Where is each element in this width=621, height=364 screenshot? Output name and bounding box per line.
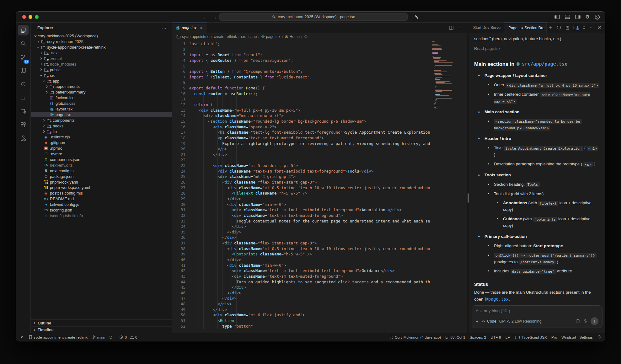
breadcrumb-item-page-tsx[interactable]: page.tsx <box>261 35 280 39</box>
tab-page-tsx[interactable]: page.tsx ✕ <box>172 23 207 33</box>
tree-item-app[interactable]: app <box>31 78 172 84</box>
cascade-conversation[interactable]: sections" (hero, navigation, feature blo… <box>469 33 605 303</box>
tab-page-tsx-section-breakdown[interactable]: Page.tsx Section Bre <box>504 23 547 33</box>
debug-activity-icon[interactable] <box>18 92 29 103</box>
plan-item[interactable]: Pro <box>551 335 557 340</box>
explorer-activity-icon[interactable] <box>18 25 29 35</box>
toggle-left-panel-icon[interactable] <box>554 15 560 19</box>
sync-icon[interactable] <box>109 335 113 339</box>
tree-item-package-json[interactable]: ⬡package.json <box>31 174 172 179</box>
editor-more-actions-icon[interactable]: ⋯ <box>458 25 463 31</box>
tab-start-dev-server[interactable]: Start Dev Server <box>469 23 504 33</box>
tree-item-appointments[interactable]: appointments <box>31 84 172 89</box>
tree-item-tsconfig-json[interactable]: TStsconfig.json <box>31 207 172 213</box>
tree-item-hooks[interactable]: hooks <box>31 123 172 129</box>
tree-item-tailwind-config-js[interactable]: ≈tailwind.config.js <box>31 202 172 207</box>
code-editor[interactable]: 1234567891011121314151617181920212223242… <box>172 40 467 333</box>
history-forward-button[interactable]: → <box>212 14 217 20</box>
tree-item-node-modules[interactable]: node_modules <box>31 61 172 67</box>
sash-handle[interactable] <box>468 193 469 203</box>
new-conversation-icon[interactable] <box>549 25 553 30</box>
tree-item-postcss-config-mjs[interactable]: ◉postcss.config.mjs <box>31 190 172 196</box>
toggle-right-panel-icon[interactable] <box>575 15 581 19</box>
maximize-window-button[interactable] <box>35 15 39 19</box>
file-link[interactable]: src/app/page.tsx <box>522 61 567 68</box>
send-button[interactable]: ↑ <box>591 317 598 325</box>
tree-item-layout-tsx[interactable]: layout.tsx <box>31 106 172 112</box>
command-center-search[interactable]: cory-mckinnon-2025 (Workspace) - page.ts… <box>219 13 408 21</box>
tree-item--next[interactable]: .next <box>31 50 172 56</box>
tree-item-sycle-appointment-create-rethink[interactable]: sycle-appointment-create-rethink <box>31 45 172 50</box>
extensions-activity-icon[interactable] <box>18 119 29 130</box>
microphone-icon[interactable] <box>583 319 587 324</box>
tree-item-components[interactable]: components <box>31 117 172 123</box>
history-icon[interactable] <box>557 25 561 30</box>
mcp-plug-icon[interactable] <box>582 25 586 30</box>
tree-item--vercel[interactable]: .vercel <box>31 56 172 62</box>
file-link[interactable]: page.tsx <box>488 297 509 302</box>
hierarchy-activity-icon[interactable] <box>18 133 29 143</box>
breadcrumb-item-sycle-appointment-create-rethink[interactable]: sycle-appointment-create-rethink <box>176 35 237 39</box>
tree-item-public[interactable]: public <box>31 67 172 72</box>
source-control-activity-icon[interactable]: 92 <box>18 52 29 62</box>
repo-status-item[interactable]: sycle-appointment-create-rethink <box>28 335 88 340</box>
model-selector[interactable]: GPT-5.2 Low Reasoning <box>499 319 542 324</box>
sidebar-more-icon[interactable]: ⋯ <box>162 26 166 30</box>
tool-call-read[interactable]: Read page.tsx <box>474 46 600 52</box>
tree-item-components-json[interactable]: {}components.json <box>31 157 172 163</box>
toggle-bottom-panel-icon[interactable] <box>565 15 570 19</box>
map-activity-icon[interactable] <box>18 65 29 76</box>
cascade-more-icon[interactable]: ⋯ <box>590 25 594 30</box>
breadcrumb-item-src[interactable]: src <box>241 35 246 39</box>
tree-item-page-tsx[interactable]: page.tsx <box>31 112 172 117</box>
breadcrumb-item-app[interactable]: app <box>250 35 257 39</box>
ai-search-activity-icon[interactable] <box>18 79 29 89</box>
remote-indicator-button[interactable] <box>20 335 24 339</box>
tree-item-tsconfig-tsbuildinfo[interactable]: {}tsconfig.tsbuildinfo <box>31 213 172 219</box>
settings-gear-icon[interactable]: ⚙ <box>586 14 590 20</box>
tree-item-readme-md[interactable]: M↓README.md <box>31 196 172 202</box>
tree-item--eslintrc-cjs[interactable]: ◉.eslintrc.cjs <box>31 134 172 140</box>
close-tab-icon[interactable]: ✕ <box>200 26 203 30</box>
tree-item-patient-summary[interactable]: patient-summary <box>31 89 172 95</box>
blame-author-item[interactable]: Cory Mckinnon (4 days ago) <box>390 335 441 340</box>
tree-item-next-env-d-ts[interactable]: TSnext-env.d.ts <box>31 162 172 168</box>
breadcrumb-item-home[interactable]: Home <box>285 35 300 39</box>
tree-item--gitignore[interactable]: ◆.gitignore <box>31 140 172 146</box>
tree-item-src[interactable]: src <box>31 72 172 78</box>
tree-item-pnpm-lock-yaml[interactable]: pnpm-lock.yaml <box>31 179 172 185</box>
chat-input-box[interactable]: Ask anything (⌘L) + <> Code GPT-5.2 Low … <box>472 305 602 328</box>
close-window-button[interactable] <box>22 15 26 19</box>
tree-item-next-config-ts[interactable]: Nnext.config.ts <box>31 168 172 174</box>
timeline-section-header[interactable]: Timeline <box>31 326 172 333</box>
split-editor-icon[interactable] <box>449 26 453 30</box>
git-branch-item[interactable]: main <box>92 335 113 340</box>
tree-item-cory-mckinnon-2025[interactable]: cory-mckinnon-2025 <box>31 39 172 45</box>
tree-item-pnpm-workspace-yaml[interactable]: pnpm-workspace.yaml <box>31 185 172 190</box>
tree-item-favicon-ico[interactable]: favicon.ico <box>31 95 172 101</box>
indentation-item[interactable]: Spaces: 2 <box>470 335 486 340</box>
eol-item[interactable]: LF <box>506 335 510 340</box>
tree-item-cory-mckinnon-2025-workspace-[interactable]: cory-mckinnon-2025 (Workspace) <box>31 33 172 39</box>
account-icon[interactable] <box>595 14 600 20</box>
tree-item-globals-css[interactable]: {}globals.css <box>31 101 172 106</box>
search-activity-icon[interactable] <box>18 38 29 49</box>
cursor-position-item[interactable]: Ln 63, Col 1 <box>445 335 465 340</box>
encoding-item[interactable]: UTF-8 <box>490 335 501 340</box>
tree-item-lib[interactable]: lib <box>31 129 172 134</box>
tree-item--nvmrc[interactable]: ⬡.nvmrc <box>31 151 172 157</box>
language-mode-item[interactable]: { } TypeScript JSX <box>514 335 547 340</box>
windsurf-settings-item[interactable]: Windsurf - Settings <box>561 335 593 340</box>
attach-plus-icon[interactable]: + <box>476 318 479 324</box>
tree-item--npmrc[interactable]: n.npmrc <box>31 146 172 151</box>
breadcrumb-item-symbol[interactable] <box>304 35 308 38</box>
close-panel-icon[interactable] <box>597 26 601 29</box>
outline-section-header[interactable]: Outline <box>31 320 172 326</box>
panel-resize-sash[interactable] <box>467 23 469 333</box>
remote-explorer-activity-icon[interactable] <box>18 106 29 116</box>
mode-selector[interactable]: <> Code <box>481 319 496 324</box>
history-back-button[interactable]: ← <box>203 14 207 20</box>
task-list-icon[interactable] <box>565 25 570 30</box>
minimap[interactable] <box>432 41 465 110</box>
notifications-bell-icon[interactable] <box>597 335 601 339</box>
